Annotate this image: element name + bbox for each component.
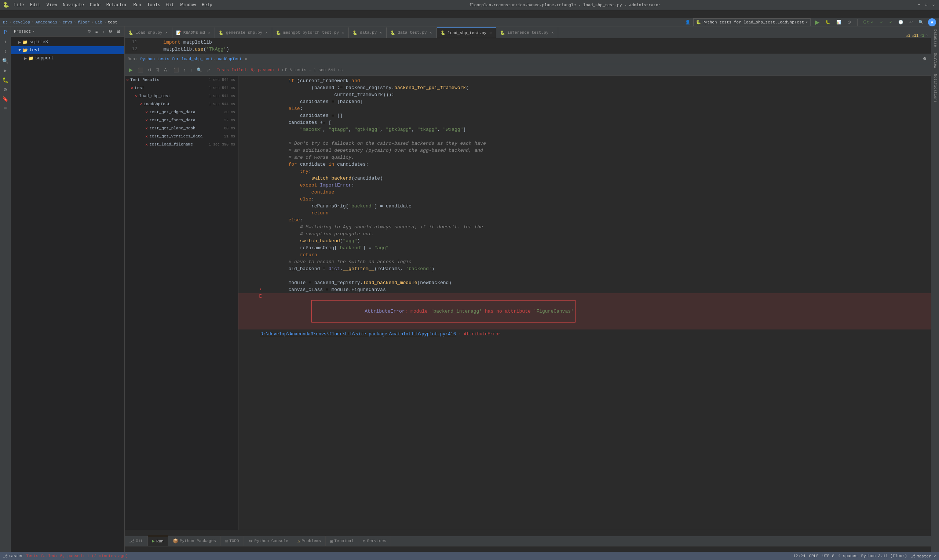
sidebar-icon-tools[interactable]: ⚙	[1, 85, 10, 94]
bottom-tab-problems[interactable]: ⚠ Problems	[293, 536, 326, 546]
project-sort-icon[interactable]: ↕	[101, 29, 106, 34]
status-git-item[interactable]: ⎇ master	[3, 554, 23, 558]
status-encoding[interactable]: UTF-8	[822, 554, 834, 558]
test-tree-test[interactable]: ✕ test 1 sec 544 ms	[125, 84, 238, 92]
breadcrumb-develop[interactable]: develop	[13, 20, 30, 25]
breadcrumb-envs[interactable]: envs	[63, 20, 72, 25]
breadcrumb-anaconda[interactable]: Anaconda3	[35, 20, 57, 25]
stop-button[interactable]: ⬛	[137, 67, 144, 73]
sciview-tab[interactable]: SciView	[933, 51, 938, 70]
bottom-tab-run[interactable]: ▶ Run	[148, 536, 168, 546]
search-tests-icon[interactable]: 🔍	[196, 67, 203, 73]
menu-window[interactable]: Window	[179, 3, 197, 8]
breadcrumb-d[interactable]: D:	[3, 20, 8, 25]
status-crlf[interactable]: CRLF	[809, 554, 819, 558]
tab-close-icon[interactable]: ✕	[429, 30, 433, 35]
tab-readme-md[interactable]: 📝 README.md ✕	[173, 28, 215, 38]
expand-button[interactable]: ↑	[183, 67, 187, 73]
menu-view[interactable]: View	[45, 3, 59, 8]
tab-close-icon[interactable]: ✕	[379, 30, 382, 35]
sidebar-icon-pull-requests[interactable]: ↕	[1, 47, 10, 56]
menu-refactor[interactable]: Refactor	[105, 3, 129, 8]
menu-navigate[interactable]: Navigate	[61, 3, 85, 8]
test-tree-faces[interactable]: ✕ test_get_faces_data 22 ms	[125, 116, 238, 124]
test-tree-vertices[interactable]: ✕ test_get_vertices_data 21 ms	[125, 132, 238, 140]
tab-generate-shp-py[interactable]: 🐍 generate_shp.py ✕	[215, 28, 272, 38]
sidebar-icon-commit[interactable]: ⬆	[1, 37, 10, 46]
sidebar-icon-find[interactable]: 🔍	[1, 57, 10, 65]
test-tree-filename[interactable]: ✕ test_load_filename 1 sec 390 ms	[125, 140, 238, 148]
test-tree-load-shp-test[interactable]: ✕ load_shp_test 1 sec 544 ms	[125, 92, 238, 100]
menu-tools[interactable]: Tools	[146, 3, 162, 8]
menu-file[interactable]: File	[12, 3, 26, 8]
git-button[interactable]: Git: ✓	[862, 19, 876, 25]
status-indent[interactable]: 4 spaces	[838, 554, 857, 558]
test-tree-plane[interactable]: ✕ test_get_plane_mesh 60 ms	[125, 124, 238, 132]
sort-alpha-button[interactable]: A↓	[163, 67, 170, 73]
menu-code[interactable]: Code	[88, 3, 102, 8]
tab-close-icon[interactable]: ✕	[207, 30, 211, 35]
tab-inference-test-py[interactable]: 🐍 inference_test.py ✕	[496, 28, 558, 38]
run-config-selector[interactable]: 🐍 Python tests for load_shp_test.LoadShp…	[693, 18, 811, 26]
menu-edit[interactable]: Edit	[29, 3, 42, 8]
breadcrumb-lib[interactable]: Lib	[95, 20, 102, 25]
collapse-button[interactable]: ↓	[189, 67, 193, 73]
code-content[interactable]: if (current_framework and (backend := ba…	[238, 76, 931, 530]
tab-load-shp-test-py[interactable]: 🐍 load_shp_test.py ✕	[437, 28, 496, 38]
test-tree-loadshptest[interactable]: ✕ LoadShpTest 1 sec 544 ms	[125, 100, 238, 108]
bottom-tab-git[interactable]: ⎇ Git	[125, 536, 148, 546]
sort-button[interactable]: ⇅	[155, 67, 160, 73]
project-settings-icon[interactable]: ⚙	[86, 28, 93, 34]
chevron-right-icon[interactable]: ›	[926, 34, 928, 38]
menu-help[interactable]: Help	[200, 3, 214, 8]
user-avatar[interactable]: A	[928, 18, 936, 26]
run-settings-icon[interactable]: ⚙	[921, 56, 928, 62]
tab-meshgpt-py[interactable]: 🐍 meshgpt_pytorch_test.py ✕	[272, 28, 349, 38]
tab-close-icon[interactable]: ✕	[264, 30, 268, 35]
status-git-branch2[interactable]: ⎇ master ✓	[911, 554, 936, 558]
bottom-tab-python-packages[interactable]: 📦 Python Packages	[168, 536, 221, 546]
run-close-icon[interactable]: ✕	[245, 57, 247, 61]
project-gear-icon[interactable]: ⚙	[107, 28, 114, 34]
rerun-button[interactable]: ▶	[128, 67, 134, 72]
sidebar-icon-structure[interactable]: ≡	[1, 104, 10, 113]
status-python-version[interactable]: Python 3.11 (floor)	[861, 554, 907, 558]
tab-close-icon[interactable]: ✕	[165, 30, 168, 35]
menu-git[interactable]: Git	[165, 3, 176, 8]
tab-close-icon[interactable]: ✕	[489, 31, 492, 35]
run-coverage-button[interactable]: 📊	[835, 19, 843, 25]
status-test-item[interactable]: Tests failed: 5, passed: 1 (2 minutes ag…	[26, 554, 128, 558]
project-layout-icon[interactable]: ≡	[94, 29, 99, 34]
bottom-tab-terminal[interactable]: ▣ Terminal	[326, 536, 358, 546]
rerun-failed-button[interactable]: ↺	[147, 67, 152, 73]
minimize-button[interactable]: ─	[916, 3, 921, 8]
bottom-tab-services[interactable]: ⚙ Services	[358, 536, 391, 546]
breadcrumb-test[interactable]: test	[108, 20, 117, 25]
bottom-tab-todo[interactable]: ☑ TODO	[221, 536, 244, 546]
tab-load-shp-py[interactable]: 🐍 load_shp.py ✕	[125, 28, 173, 38]
git-check1[interactable]: ✓	[879, 19, 885, 25]
git-undo[interactable]: ↩	[908, 19, 914, 25]
bottom-tab-python-console[interactable]: ≫ Python Console	[244, 536, 293, 546]
close-button[interactable]: ✕	[931, 3, 936, 8]
menu-run[interactable]: Run	[132, 3, 143, 8]
tree-item-support[interactable]: ▶ 📁 support	[11, 54, 124, 62]
tab-close-icon[interactable]: ✕	[341, 30, 345, 35]
search-button[interactable]: 🔍	[917, 19, 925, 25]
run-config-name[interactable]: Python tests for load_shp_test.LoadShpTe…	[140, 57, 242, 61]
sidebar-icon-project[interactable]: P	[1, 28, 10, 37]
notifications-tab[interactable]: Notifications	[933, 72, 938, 104]
run-play-button[interactable]: ▶	[814, 19, 821, 26]
tab-data-py[interactable]: 🐍 data.py ✕	[349, 28, 387, 38]
tree-item-sqlite3[interactable]: ▶ 📁 sqlite3	[11, 38, 124, 46]
maximize-button[interactable]: □	[924, 3, 929, 8]
tab-close-icon[interactable]: ✕	[550, 30, 554, 35]
git-check2[interactable]: ✓	[888, 19, 894, 25]
error-file-link[interactable]: D:\develop\Anaconda3\envs\floor\Lib\site…	[261, 332, 456, 337]
breadcrumb-floor[interactable]: floor	[78, 20, 90, 25]
tree-item-test[interactable]: ▼ 📂 test	[11, 46, 124, 54]
run-profile-button[interactable]: ⏱	[846, 19, 853, 25]
git-clock[interactable]: 🕐	[897, 19, 905, 25]
run-debug-button[interactable]: 🐛	[824, 19, 832, 25]
tab-data-test-py[interactable]: 🐍 data_test.py ✕	[387, 28, 436, 38]
